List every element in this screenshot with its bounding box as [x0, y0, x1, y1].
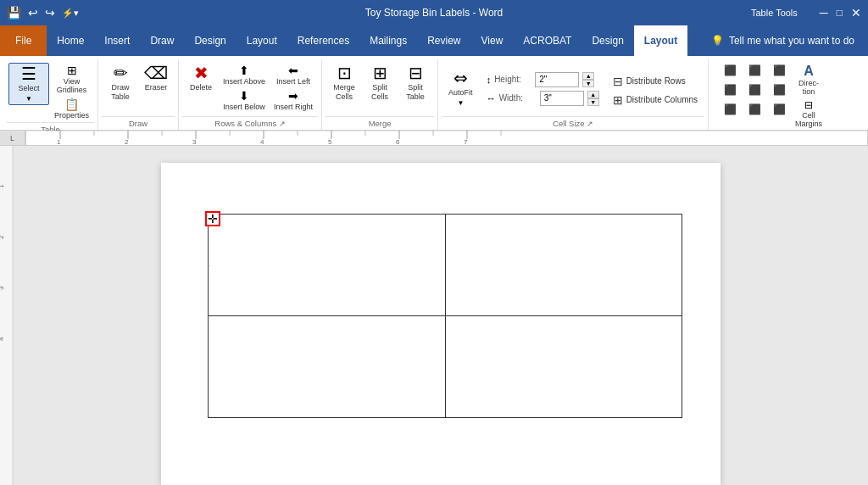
quick-access-toolbar: 💾 ↩ ↪ ⚡▾	[7, 6, 79, 20]
merge-cells-btn[interactable]: ⊡ MergeCells	[327, 63, 361, 103]
distribute-btns: ⊟ Distribute Rows ⊞ Distribute Columns	[608, 70, 703, 109]
insert-below-btn[interactable]: ⬇ Insert Below	[220, 88, 269, 112]
distribute-rows-btn[interactable]: ⊟ Distribute Rows	[608, 73, 703, 90]
width-up-btn[interactable]: ▲	[587, 91, 599, 98]
eraser-label: Eraser	[145, 83, 168, 92]
draw-group-content: ✏ DrawTable ⌫ Eraser	[102, 59, 175, 116]
width-label-icon: ↔	[487, 93, 496, 103]
svg-text:2: 2	[125, 138, 129, 146]
ribbon-group-alignment: ⬛ ⬛ ⬛ ⬛ ⬛ ⬛ ⬛ ⬛ ⬛ A Direc-tion ⊟ CellMar…	[709, 59, 865, 130]
table-row	[209, 316, 682, 418]
merge-cells-label: MergeCells	[333, 83, 355, 102]
search-bar: 💡 Tell me what you want to do	[711, 25, 868, 56]
autofit-arrow: ▼	[457, 99, 464, 107]
height-spinner: ▲ ▼	[582, 72, 594, 87]
table-group-content: ☰ Select ▼ ⊞ ViewGridlines 📋 Properties	[7, 59, 94, 122]
ruler: L 1 2 3 4 5 6 7	[0, 131, 868, 146]
select-icon: ☰	[21, 65, 36, 82]
review-menu-item[interactable]: Review	[417, 25, 470, 56]
insert-menu-item[interactable]: Insert	[94, 25, 140, 56]
height-row: ↕ Height: ▲ ▼	[487, 72, 599, 87]
split-cells-btn[interactable]: ⊞ SplitCells	[363, 63, 397, 103]
select-btn[interactable]: ☰ Select ▼	[8, 63, 49, 105]
title-text: Toy Storage Bin Labels - Word	[365, 7, 504, 19]
svg-text:1: 1	[57, 138, 61, 146]
text-direction-label: Direc-tion	[798, 79, 819, 96]
table-cell-r2c2[interactable]	[445, 316, 682, 418]
mailings-menu-item[interactable]: Mailings	[359, 25, 417, 56]
autofit-btn[interactable]: ⇔ AutoFit ▼	[443, 63, 478, 114]
redo-icon[interactable]: ↪	[45, 6, 55, 20]
text-direction-btn[interactable]: A Direc-tion	[792, 63, 826, 97]
height-up-btn[interactable]: ▲	[582, 72, 594, 80]
merge-group-content: ⊡ MergeCells ⊞ SplitCells ⊟ SplitTable	[326, 59, 434, 116]
table-design-menu-item[interactable]: Design	[581, 25, 633, 56]
height-input[interactable]	[535, 72, 579, 87]
acrobat-menu-item[interactable]: ACROBAT	[513, 25, 581, 56]
home-menu-item[interactable]: Home	[47, 25, 94, 56]
eraser-btn[interactable]: ⌫ Eraser	[139, 63, 173, 94]
search-text[interactable]: Tell me what you want to do	[729, 35, 854, 47]
draw-table-btn[interactable]: ✏ DrawTable	[103, 63, 137, 103]
merge-group-label: Merge	[326, 116, 434, 130]
select-label: Select	[18, 84, 39, 93]
insert-right-btn[interactable]: ➡ Insert Right	[270, 88, 316, 112]
ribbon-group-draw: ✏ DrawTable ⌫ Eraser Draw	[98, 59, 179, 130]
customize-icon[interactable]: ⚡▾	[62, 8, 79, 19]
properties-btn[interactable]: 📋 Properties	[51, 97, 92, 120]
width-row: ↔ Width: ▲ ▼	[487, 91, 599, 106]
cell-size-expand-icon[interactable]: ↗	[587, 120, 593, 128]
distribute-cols-btn[interactable]: ⊞ Distribute Columns	[608, 92, 703, 109]
align-bot-right-btn[interactable]: ⬛	[763, 102, 795, 120]
insert-left-btn[interactable]: ⬅ Insert Left	[270, 63, 316, 86]
undo-icon[interactable]: ↩	[28, 6, 38, 20]
cell-margins-label: CellMargins	[795, 111, 822, 128]
document-table[interactable]: ·	[208, 214, 682, 418]
table-row: ·	[209, 215, 682, 316]
svg-text:3: 3	[192, 138, 197, 146]
split-table-btn[interactable]: ⊟ SplitTable	[398, 63, 432, 103]
table-move-handle[interactable]: ✛	[205, 211, 220, 226]
view-menu-item[interactable]: View	[471, 25, 514, 56]
file-menu-btn[interactable]: File	[0, 25, 47, 56]
svg-text:2: 2	[0, 235, 5, 239]
table-cell-r1c1[interactable]: ·	[209, 215, 446, 316]
width-input[interactable]	[540, 91, 584, 106]
svg-rect-22	[0, 146, 14, 485]
maximize-btn[interactable]: □	[837, 7, 843, 19]
table-cell-r2c1[interactable]	[209, 316, 446, 418]
move-handle-icon: ✛	[208, 212, 218, 226]
insert-right-label: Insert Right	[274, 103, 313, 111]
save-icon[interactable]: 💾	[7, 6, 21, 20]
design-menu-item[interactable]: Design	[184, 25, 236, 56]
width-down-btn[interactable]: ▼	[587, 98, 599, 106]
height-down-btn[interactable]: ▼	[582, 80, 594, 87]
references-menu-item[interactable]: References	[287, 25, 359, 56]
svg-text:5: 5	[328, 138, 332, 146]
layout-menu-item[interactable]: Layout	[236, 25, 287, 56]
close-btn[interactable]: ✕	[851, 6, 861, 20]
svg-text:7: 7	[464, 138, 468, 146]
rows-cols-expand-icon[interactable]: ↗	[279, 120, 286, 128]
split-cells-icon: ⊞	[373, 64, 387, 81]
view-gridlines-icon: ⊞	[67, 64, 77, 77]
ruler-inner: 1 2 3 4 5 6 7	[25, 131, 868, 145]
cell-margins-btn[interactable]: ⊟ CellMargins	[792, 98, 826, 129]
rows-cols-group-label: Rows & Columns ↗	[182, 116, 318, 130]
distribute-cols-label: Distribute Columns	[626, 95, 698, 104]
view-gridlines-btn[interactable]: ⊞ ViewGridlines	[51, 63, 92, 95]
minimize-btn[interactable]: ─	[820, 6, 828, 20]
table-cell-r1c2[interactable]	[445, 215, 682, 316]
rows-cols-stack1: ⬆ Insert Above ⬇ Insert Below	[220, 63, 269, 112]
distribute-rows-icon: ⊟	[613, 75, 623, 88]
autofit-label: AutoFit	[448, 88, 473, 98]
delete-btn[interactable]: ✖ Delete	[184, 63, 218, 94]
align-top-right-btn[interactable]: ⬛	[763, 63, 795, 81]
insert-above-btn[interactable]: ⬆ Insert Above	[220, 63, 269, 86]
draw-menu-item[interactable]: Draw	[140, 25, 184, 56]
table-layout-menu-item[interactable]: Layout	[634, 25, 687, 56]
align-mid-right-btn[interactable]: ⬛	[763, 82, 795, 101]
cell-size-inputs: ↕ Height: ▲ ▼ ↔ Width: ▲ ▼	[481, 69, 604, 109]
ribbon-group-cell-size: ⇔ AutoFit ▼ ↕ Height: ▲ ▼ ↔ Width:	[438, 59, 709, 130]
cell-size-group-label: Cell Size ↗	[442, 116, 704, 130]
